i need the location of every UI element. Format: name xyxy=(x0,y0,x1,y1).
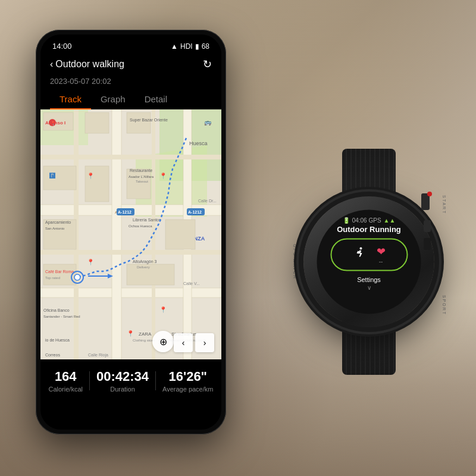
svg-text:Top rated: Top rated xyxy=(45,276,60,280)
status-time: 14:00 xyxy=(52,42,72,51)
stat-pace: 16'26" Average pace/km xyxy=(162,369,213,393)
calorie-value: 164 xyxy=(49,369,83,384)
heart-icon: ❤ xyxy=(377,245,386,258)
stat-calorie: 164 Calorie/kcal xyxy=(49,369,83,393)
duration-label: Duration xyxy=(96,386,149,393)
stat-divider-2 xyxy=(155,371,156,390)
svg-point-67 xyxy=(360,248,362,250)
watch-gps-label: GPS WATCH xyxy=(293,244,297,280)
svg-rect-23 xyxy=(85,166,109,202)
svg-rect-19 xyxy=(43,166,76,190)
watch-sport-label: SPORT xyxy=(442,295,446,315)
signal-text: HDI xyxy=(180,42,193,51)
svg-rect-27 xyxy=(127,264,174,285)
stat-divider-1 xyxy=(89,371,90,390)
svg-text:Calle V...: Calle V... xyxy=(183,281,200,286)
runner-icon xyxy=(353,246,367,264)
scene: 14:00 ▲ HDI ▮ 68 ‹ Outdoor walking ↻ 202… xyxy=(0,0,476,476)
svg-text:🚌: 🚌 xyxy=(204,118,212,126)
svg-text:io de Huesca: io de Huesca xyxy=(45,338,70,342)
svg-text:Librería Santos: Librería Santos xyxy=(133,218,161,222)
svg-text:📍: 📍 xyxy=(159,306,167,314)
svg-text:Ochoa Huesca: Ochoa Huesca xyxy=(129,224,152,228)
watch-button-bottom[interactable] xyxy=(424,238,431,250)
svg-rect-26 xyxy=(165,220,195,249)
battery-icon: ▮ xyxy=(195,42,199,51)
svg-text:San Antonio: San Antonio xyxy=(45,227,65,230)
tabs: Track Graph Detail xyxy=(40,89,221,109)
phone-inner: 14:00 ▲ HDI ▮ 68 ‹ Outdoor walking ↻ 202… xyxy=(40,35,221,430)
calorie-label: Calorie/kcal xyxy=(49,386,83,393)
watch: 🔋 04:06 GPS ▲▲ Outdoor Running ❤ xyxy=(286,149,452,375)
watch-screen: 🔋 04:06 GPS ▲▲ Outdoor Running ❤ xyxy=(317,210,421,314)
pace-label: Average pace/km xyxy=(162,386,213,393)
stats-bar: 164 Calorie/kcal 00:42:34 Duration 16'26… xyxy=(40,359,221,400)
watch-body: 🔋 04:06 GPS ▲▲ Outdoor Running ❤ xyxy=(303,196,434,327)
svg-text:Delivery: Delivery xyxy=(137,265,150,269)
svg-text:📍: 📍 xyxy=(127,330,134,337)
svg-text:Correos: Correos xyxy=(45,353,60,357)
refresh-icon[interactable]: ↻ xyxy=(203,58,212,71)
activity-date: 2023-05-07 20:02 xyxy=(50,77,111,86)
svg-text:A-1212: A-1212 xyxy=(188,210,202,214)
svg-text:🅿: 🅿 xyxy=(49,173,55,179)
svg-text:Café Bar Roma: Café Bar Roma xyxy=(45,270,74,274)
header-title: Outdoor walking xyxy=(55,59,124,70)
back-icon: ‹ xyxy=(50,59,53,70)
watch-button-red xyxy=(427,192,432,196)
svg-text:Calle Rioja: Calle Rioja xyxy=(88,353,108,358)
map-nav: ‹ › xyxy=(174,333,214,352)
date-row: 2023-05-07 20:02 xyxy=(40,76,221,89)
battery-watch-icon: 🔋 xyxy=(343,217,350,224)
heart-rate-display: ❤ -- xyxy=(377,245,386,265)
stat-duration: 00:42:34 Duration xyxy=(96,369,149,393)
tab-detail[interactable]: Detail xyxy=(135,89,177,109)
gps-signal-icon: ▲▲ xyxy=(384,217,396,224)
watch-settings-label[interactable]: Settings xyxy=(357,276,381,283)
status-bar: 14:00 ▲ HDI ▮ 68 xyxy=(40,35,221,55)
tab-graph[interactable]: Graph xyxy=(91,89,135,109)
svg-text:A-1212: A-1212 xyxy=(118,210,131,214)
duration-value: 00:42:34 xyxy=(96,369,149,384)
svg-text:📍: 📍 xyxy=(51,121,56,126)
svg-text:Oficina Banco: Oficina Banco xyxy=(43,308,70,312)
phone: 14:00 ▲ HDI ▮ 68 ‹ Outdoor walking ↻ 202… xyxy=(36,30,226,434)
status-right: ▲ HDI ▮ 68 xyxy=(171,42,209,51)
tab-track[interactable]: Track xyxy=(50,89,91,109)
svg-text:ZARA: ZARA xyxy=(139,331,152,337)
svg-text:Asador L'Alifara: Asador L'Alifara xyxy=(129,175,154,178)
app-header: ‹ Outdoor walking ↻ xyxy=(40,55,221,76)
signal-icon: ▲ xyxy=(171,42,178,51)
svg-rect-6 xyxy=(112,109,121,359)
svg-text:Takeout: Takeout xyxy=(136,180,148,183)
svg-text:AltoAragón 3: AltoAragón 3 xyxy=(133,259,157,264)
compass-icon: ⊕ xyxy=(159,336,167,347)
watch-status: 🔋 04:06 GPS ▲▲ xyxy=(343,217,396,224)
heart-rate-value: -- xyxy=(379,258,383,265)
watch-activity-oval: ❤ -- xyxy=(330,239,408,271)
watch-start-label: START xyxy=(442,195,446,214)
watch-button-mid[interactable] xyxy=(424,220,431,232)
map-container[interactable]: Calle Dr... Calle V... A-1212 A-1212 Hue… xyxy=(40,109,221,359)
svg-text:Aparcamiento: Aparcamiento xyxy=(45,220,71,225)
svg-rect-21 xyxy=(43,264,76,285)
svg-text:📍: 📍 xyxy=(87,172,95,180)
svg-rect-5 xyxy=(40,288,221,298)
pace-value: 16'26" xyxy=(162,369,213,384)
watch-chevron-icon: ∨ xyxy=(367,284,371,291)
svg-text:Huesca: Huesca xyxy=(189,140,208,146)
svg-rect-24 xyxy=(127,112,151,133)
svg-text:Calle Dr...: Calle Dr... xyxy=(198,199,217,203)
svg-rect-25 xyxy=(127,169,151,199)
map-next-button[interactable]: › xyxy=(195,333,214,352)
back-button[interactable]: ‹ Outdoor walking xyxy=(50,59,124,70)
svg-text:Super Bazar Oriente: Super Bazar Oriente xyxy=(130,118,168,123)
map-prev-button[interactable]: ‹ xyxy=(174,333,193,352)
battery-level: 68 xyxy=(202,42,209,51)
svg-text:📍: 📍 xyxy=(87,258,95,266)
svg-text:Restaurante: Restaurante xyxy=(130,168,152,173)
svg-rect-22 xyxy=(85,112,109,133)
compass-button[interactable]: ⊕ xyxy=(152,331,174,352)
watch-activity-title: Outdoor Running xyxy=(337,225,401,234)
svg-text:📍: 📍 xyxy=(159,172,167,180)
